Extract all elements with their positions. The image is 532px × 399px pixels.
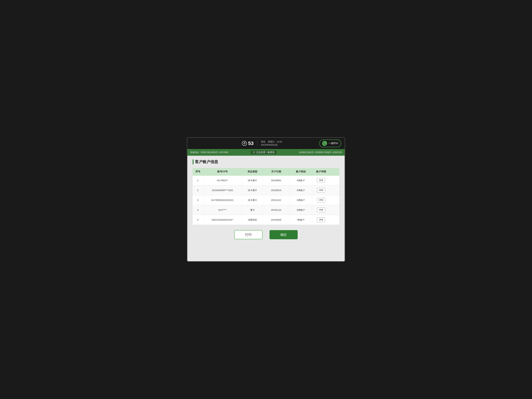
call-button[interactable]: 📞 一键呼叫 (319, 139, 341, 147)
title-bar-decoration (193, 159, 194, 164)
cell-detail: 详情 (312, 215, 330, 225)
table-row: 1 62179919** 绿卡通卡 20230802 II类账户 详情 (193, 176, 339, 185)
detail-button-3[interactable]: 详情 (317, 198, 325, 203)
page-title: 客户账户信息 (193, 159, 339, 165)
table-row: 2 62218030000****1833 绿卡通卡 20230618 II类账… (193, 185, 339, 195)
cell-category: I类账户 (289, 215, 312, 225)
cell-account: 6217995200323203221 (203, 195, 242, 205)
call-label: 一键呼叫 (329, 142, 338, 145)
confirm-button[interactable]: 确定 (270, 230, 298, 239)
cell-type: 绿卡通卡 (242, 195, 263, 205)
region-time: 湖北 星期六 14:51 2023年09月02日 (261, 140, 283, 146)
phone-icon: 📞 (322, 141, 327, 146)
timer-display: ⏱ 53 (242, 140, 254, 146)
account-table: 序号 账号/卡号 凭证类型 开户日期 账户类别 账户详情 1 62179919*… (193, 168, 339, 225)
top-bar-center: ⏱ 53 湖北 星期六 14:51 2023年09月02日 (242, 140, 283, 147)
cell-date: 20230618 (263, 185, 289, 195)
cell-date: 20191124 (263, 205, 289, 215)
table-row: 5 50521019420023164** 活期存折 20140409 I类账户… (193, 215, 339, 225)
detail-button-5[interactable]: 详情 (317, 217, 325, 222)
cell-detail: 详情 (312, 185, 330, 195)
print-button[interactable]: 打印 (234, 230, 262, 239)
cell-type: 活期存折 (242, 215, 263, 225)
date-label: 2023年09月02日 (261, 143, 283, 146)
atm-screen: ⏱ 53 湖北 星期六 14:51 2023年09月02日 📞 一键呼叫 客服热… (187, 137, 345, 262)
cell-date: 20140409 (263, 215, 289, 225)
page-title-text: 客户账户信息 (195, 159, 218, 165)
info-bar-right: 自助银行机构号: 4299864Z 终端号: 42991058 (299, 151, 342, 154)
region-label: 湖北 (261, 140, 266, 143)
table-header: 序号 账号/卡号 凭证类型 开户日期 账户类别 账户详情 (193, 168, 339, 176)
cell-account: 50521019420023164** (203, 215, 242, 225)
countdown-number: 53 (248, 140, 254, 146)
processing-text: 正在办理：账查询 (256, 151, 274, 154)
cell-category: II类账户 (289, 176, 312, 185)
cell-account: 6217**** (203, 205, 242, 215)
cell-seq: 5 (193, 215, 203, 225)
info-bar-left: 客服热线：95580 网点机构号: 42023988 (190, 151, 228, 154)
cell-type: 绿卡通卡 (242, 185, 263, 195)
cell-type: 绿卡通卡 (242, 176, 263, 185)
cell-type: 通卡 (242, 205, 263, 215)
detail-button-2[interactable]: 详情 (317, 188, 325, 193)
info-bar: 客服热线：95580 网点机构号: 42023988 ⏱ 正在办理：账查询 自助… (187, 149, 345, 156)
col-type: 凭证类型 (242, 168, 263, 175)
cell-detail: 详情 (312, 176, 330, 185)
cell-account: 62218030000****1833 (203, 185, 242, 195)
detail-button-1[interactable]: 详情 (317, 178, 325, 183)
cell-detail: 详情 (312, 205, 330, 215)
bottom-buttons: 打印 确定 (193, 230, 339, 239)
clock-icon: ⏱ (242, 141, 247, 146)
col-date: 开户日期 (263, 168, 289, 175)
table-row: 3 6217995200323203221 绿卡通卡 20211012 II类账… (193, 195, 339, 205)
table-body: 1 62179919** 绿卡通卡 20230802 II类账户 详情 2 62… (193, 176, 339, 225)
cell-seq: 1 (193, 176, 203, 185)
time-label: 14:51 (277, 140, 283, 143)
cell-seq: 2 (193, 185, 203, 195)
cell-category: II类账户 (289, 185, 312, 195)
cell-date: 20211012 (263, 195, 289, 205)
cell-date: 20230802 (263, 176, 289, 185)
divider (257, 140, 257, 147)
col-account: 账号/卡号 (203, 168, 242, 175)
cell-category: II类账户 (289, 205, 312, 215)
main-content: 客户账户信息 序号 账号/卡号 凭证类型 开户日期 账户类别 账户详情 1 62… (187, 156, 345, 261)
col-seq: 序号 (193, 168, 203, 175)
top-bar: ⏱ 53 湖北 星期六 14:51 2023年09月02日 📞 一键呼叫 (187, 138, 345, 149)
col-detail: 账户详情 (312, 168, 330, 175)
processing-icon: ⏱ (253, 151, 255, 154)
cell-seq: 3 (193, 195, 203, 205)
cell-category: II类账户 (289, 195, 312, 205)
cell-account: 62179919** (203, 176, 242, 185)
table-row: 4 6217**** 通卡 20191124 II类账户 详情 (193, 205, 339, 215)
detail-button-4[interactable]: 详情 (317, 208, 325, 212)
info-bar-center: ⏱ 正在办理：账查询 (250, 150, 277, 155)
col-category: 账户类别 (289, 168, 312, 175)
cell-detail: 详情 (312, 195, 330, 205)
cell-seq: 4 (193, 205, 203, 215)
weekday-label: 星期六 (268, 140, 275, 143)
